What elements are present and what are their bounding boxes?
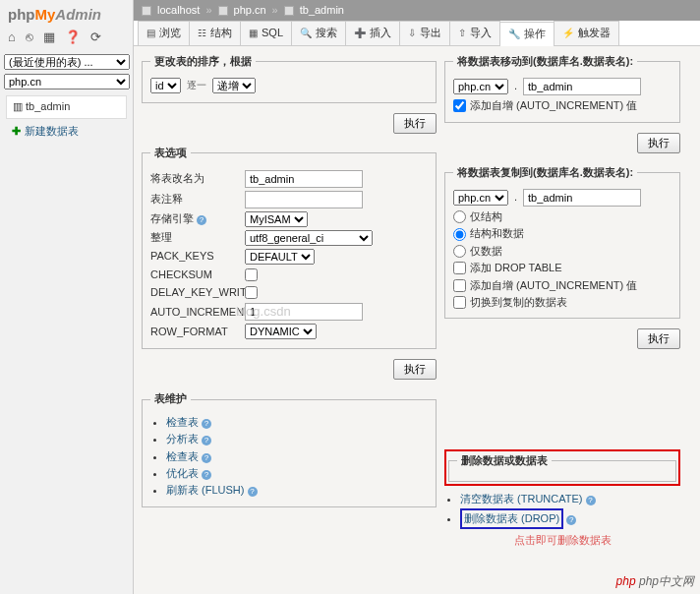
- sort-go-button[interactable]: 执行: [393, 113, 437, 134]
- maint-analyze-link[interactable]: 分析表: [166, 433, 199, 445]
- tab-browse[interactable]: ▤浏览: [138, 21, 190, 44]
- export-icon: ⇩: [408, 27, 416, 40]
- reload-icon[interactable]: ⟳: [90, 29, 101, 46]
- drop-link-highlight: 删除数据表 (DROP): [460, 508, 563, 529]
- new-table-link[interactable]: ✚ 新建数据表: [6, 121, 127, 142]
- tab-operations[interactable]: 🔧操作: [499, 22, 554, 45]
- maint-fieldset: 表维护 检查表 ? 分析表 ? 检查表 ? 优化表 ? 刷新表 (FLUSH) …: [142, 391, 437, 506]
- comment-label: 表注释: [150, 192, 239, 207]
- help-icon[interactable]: ?: [202, 453, 211, 463]
- comment-input[interactable]: [245, 191, 363, 208]
- sort-order-select[interactable]: 递增: [212, 78, 256, 93]
- new-table-label: 新建数据表: [25, 125, 79, 137]
- copy-ai-checkbox[interactable]: [453, 279, 466, 292]
- drop-table-link[interactable]: 删除数据表 (DROP): [464, 512, 559, 524]
- browse-icon: ▤: [146, 27, 155, 40]
- maint-optimize-link[interactable]: 优化表: [166, 467, 199, 479]
- logo-php: php: [8, 6, 35, 23]
- drop-section-highlight: 删除数据或数据表: [444, 449, 680, 485]
- tab-structure[interactable]: ☷结构: [189, 21, 241, 44]
- drop-tip: 点击即可删除数据表: [444, 533, 680, 548]
- drop-legend: 删除数据或数据表: [457, 453, 552, 468]
- move-fieldset: 将数据表移动到(数据库名.数据表名): php.cn . 添加自增 (AUTO_…: [444, 54, 680, 123]
- tab-triggers[interactable]: ⚡触发器: [554, 21, 619, 44]
- rowfmt-select[interactable]: DYNAMIC: [245, 324, 317, 339]
- search-icon: 🔍: [300, 27, 312, 40]
- logo: phpMyAdmin: [0, 0, 133, 25]
- copy-both-radio[interactable]: [453, 228, 466, 241]
- sql-icon[interactable]: ▦: [43, 29, 55, 46]
- help-icon[interactable]: ?: [566, 515, 576, 525]
- copy-go-button[interactable]: 执行: [637, 328, 680, 349]
- crumb-host[interactable]: localhost: [157, 3, 200, 18]
- help-icon[interactable]: ?: [248, 487, 258, 497]
- copy-data-radio[interactable]: [453, 245, 466, 258]
- truncate-link[interactable]: 清空数据表 (TRUNCATE): [460, 493, 582, 505]
- db-select[interactable]: php.cn: [4, 74, 130, 89]
- help-icon[interactable]: ?: [202, 419, 211, 429]
- move-table-input[interactable]: [523, 78, 641, 95]
- copy-switch-checkbox[interactable]: [453, 296, 466, 309]
- logo-admin: Admin: [55, 6, 101, 23]
- autoinc-input[interactable]: [245, 303, 363, 321]
- crumb-db[interactable]: php.cn: [234, 3, 266, 18]
- tab-insert[interactable]: ➕插入: [345, 21, 400, 44]
- copy-drop-checkbox[interactable]: [453, 262, 466, 274]
- delay-label: DELAY_KEY_WRITE: [150, 285, 239, 300]
- sort-fieldset: 更改表的排序，根据 id 逐一 递增: [142, 54, 437, 103]
- maint-flush-link[interactable]: 刷新表 (FLUSH): [166, 484, 244, 496]
- operations-icon: 🔧: [508, 28, 520, 41]
- drop-fieldset: 删除数据或数据表: [448, 453, 676, 481]
- options-fieldset: 表选项 将表改名为 表注释 存储引擎 ?MyISAM 整理utf8_genera…: [142, 146, 437, 349]
- rename-input[interactable]: [245, 170, 363, 188]
- copy-db-select[interactable]: php.cn: [453, 190, 508, 206]
- help-icon[interactable]: ?: [197, 215, 206, 225]
- move-autoinc-label: 添加自增 (AUTO_INCREMENT) 值: [470, 98, 637, 113]
- checksum-checkbox[interactable]: [245, 268, 258, 281]
- packkeys-select[interactable]: DEFAULT: [245, 249, 315, 265]
- rename-label: 将表改名为: [150, 171, 239, 186]
- sort-legend: 更改表的排序，根据: [150, 54, 256, 69]
- dot: .: [514, 79, 517, 93]
- crumb-table[interactable]: tb_admin: [300, 3, 344, 18]
- dot: .: [514, 190, 517, 205]
- autoinc-label: AUTO_INCREMENT: [150, 305, 239, 320]
- nav-icons: ⌂ ⎋ ▦ ❓ ⟳: [0, 25, 133, 52]
- tab-sql[interactable]: ▦SQL: [240, 21, 292, 44]
- tab-import[interactable]: ⇧导入: [449, 21, 500, 44]
- maint-repair-link[interactable]: 检查表: [166, 450, 199, 462]
- plus-icon: ✚: [12, 124, 22, 134]
- engine-select[interactable]: MyISAM: [245, 211, 308, 227]
- help-icon[interactable]: ?: [586, 496, 596, 505]
- table-icon: [284, 6, 294, 16]
- packkeys-label: PACK_KEYS: [150, 249, 239, 264]
- db-icon: [218, 6, 228, 16]
- col-right: 将数据表移动到(数据库名.数据表名): php.cn . 添加自增 (AUTO_…: [444, 54, 680, 586]
- triggers-icon: ⚡: [562, 27, 574, 40]
- import-icon: ⇧: [458, 27, 466, 40]
- move-autoinc-checkbox[interactable]: [453, 99, 466, 112]
- tab-search[interactable]: 🔍搜索: [291, 21, 346, 44]
- help-icon[interactable]: ?: [202, 436, 211, 446]
- tree-table-item[interactable]: ▥ tb_admin: [6, 95, 127, 118]
- sql-icon: ▦: [249, 27, 258, 40]
- docs-icon[interactable]: ❓: [65, 29, 81, 46]
- move-db-select[interactable]: php.cn: [453, 79, 508, 94]
- maint-check-link[interactable]: 检查表: [166, 416, 199, 428]
- tab-export[interactable]: ⇩导出: [399, 21, 450, 44]
- copy-table-input[interactable]: [523, 189, 641, 207]
- delay-checkbox[interactable]: [245, 286, 258, 299]
- insert-icon: ➕: [354, 27, 366, 40]
- recent-tables-select[interactable]: (最近使用的表) ...: [4, 54, 130, 70]
- home-icon[interactable]: ⌂: [8, 29, 16, 46]
- collation-select[interactable]: utf8_general_ci: [245, 230, 373, 246]
- tree-table-label: tb_admin: [26, 100, 70, 112]
- move-go-button[interactable]: 执行: [637, 133, 680, 153]
- logout-icon[interactable]: ⎋: [26, 29, 33, 46]
- col-left: 更改表的排序，根据 id 逐一 递增 执行 表选项 将表改名为 表注释 存储引擎…: [142, 54, 437, 586]
- options-go-button[interactable]: 执行: [393, 359, 437, 380]
- copy-struct-radio[interactable]: [453, 210, 466, 223]
- checksum-label: CHECKSUM: [150, 267, 239, 282]
- help-icon[interactable]: ?: [202, 470, 211, 480]
- sort-field-select[interactable]: id: [150, 78, 181, 93]
